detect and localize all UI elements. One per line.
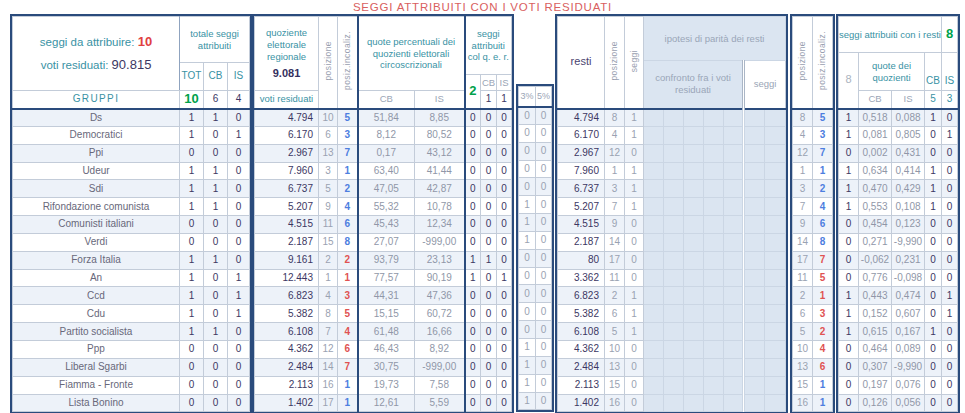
header-quote-quozienti: quote dei quozienti — [859, 53, 925, 91]
cell-s_tot: 1 — [465, 269, 481, 287]
cell-voti: 5.207 — [255, 198, 319, 216]
cell-s_tot: 0 — [465, 233, 481, 251]
table-row: 10,6340,41410 — [839, 162, 958, 180]
cell-q_inc: 7 — [338, 144, 358, 162]
cell-f_cb_q: 0,002 — [859, 144, 892, 162]
header-resti-posizione: posizione — [605, 17, 625, 109]
empty-cell — [664, 376, 684, 394]
table-row: 00 — [519, 178, 552, 196]
cell-resti: 4.515 — [558, 216, 605, 234]
cell-name: Fiamma - Fronte — [13, 376, 180, 394]
empty-cell — [704, 376, 724, 394]
cell-p3: 0 — [519, 321, 536, 339]
cell-s_cb: 1 — [481, 251, 497, 269]
cell-f_cb_q: 0,776 — [859, 269, 892, 287]
cell-f_cb: 0 — [925, 269, 942, 287]
cell-s_is: 0 — [497, 109, 512, 127]
cell-f_seggi: 0 — [839, 376, 859, 394]
empty-cell — [765, 340, 786, 358]
cell-cb_pct: 0,17 — [358, 144, 415, 162]
cell-f_pos: 17 — [793, 251, 813, 269]
cell-is_pct: -999,00 — [415, 233, 465, 251]
cell-q_pos: 8 — [319, 305, 338, 323]
cell-s_tot: 0 — [465, 109, 481, 127]
header-threshold-5: 5% — [536, 87, 552, 107]
cell-is_pct: 41,44 — [415, 162, 465, 180]
cell-f_cb: 0 — [925, 376, 942, 394]
cell-t_cb: 0 — [204, 126, 228, 144]
cell-p5: 0 — [536, 178, 552, 196]
cell-s_tot: 1 — [465, 251, 481, 269]
cell-f_is: 0 — [942, 144, 958, 162]
header-cb: CB — [204, 63, 228, 91]
empty-cell — [765, 216, 786, 234]
empty-cell — [704, 340, 724, 358]
voti-residuati-value: 90.815 — [112, 57, 152, 72]
table-row: 151 — [793, 376, 833, 394]
cell-f_pos: 13 — [793, 358, 813, 376]
cell-q_inc: 5 — [338, 305, 358, 323]
cell-voti: 1.402 — [255, 394, 319, 412]
cell-f_seggi: 1 — [839, 305, 859, 323]
cell-f_inc: 3 — [813, 126, 833, 144]
table-row: 21 — [793, 287, 833, 305]
header-tot: TOT — [180, 63, 204, 91]
empty-cell — [704, 198, 724, 216]
table-row: 10,5530,10810 — [839, 198, 958, 216]
table-row: 10 — [519, 392, 552, 410]
cell-f_cb_q: 0,081 — [859, 126, 892, 144]
table-row: Ppi000 — [13, 144, 250, 162]
seggi-qer-is-total: 1 — [497, 91, 512, 109]
cell-q_inc: 1 — [338, 269, 358, 287]
cell-q_inc: 6 — [338, 216, 358, 234]
cell-r_seggi: 1 — [625, 287, 644, 305]
total-is-value: 4 — [228, 91, 250, 109]
cell-p5: 0 — [536, 374, 552, 392]
table-row: Liberal Sgarbi000 — [13, 358, 250, 376]
cell-voti: 2.113 — [255, 376, 319, 394]
empty-cell — [744, 144, 765, 162]
table-row: 00,0020,43100 — [839, 144, 958, 162]
cell-cb_pct: 47,05 — [358, 180, 415, 198]
table-row: 4.79481 — [558, 109, 786, 127]
table-row: 2.967120 — [558, 144, 786, 162]
cell-t_tot: 0 — [180, 144, 204, 162]
cell-p3: 0 — [519, 160, 536, 178]
cell-q_inc: 1 — [338, 376, 358, 394]
cell-r_pos: 3 — [605, 180, 625, 198]
empty-cell — [724, 340, 744, 358]
table-row: 0-0,0620,23100 — [839, 251, 958, 269]
table-row: 2.48414730,75-999,00000 — [255, 358, 512, 376]
cell-f_seggi: 1 — [839, 109, 859, 127]
groups-total-seats-table: seggi da attribuire: 10 voti residuati: … — [10, 14, 252, 413]
empty-cell — [644, 305, 664, 323]
cell-cb_pct: 15,15 — [358, 305, 415, 323]
header-final-cb: CB — [925, 53, 942, 91]
cell-is_pct: 42,87 — [415, 180, 465, 198]
header-quote-cb: CB — [358, 91, 415, 109]
cell-f_pos: 2 — [793, 287, 813, 305]
cell-t_tot: 0 — [180, 233, 204, 251]
cell-t_tot: 0 — [180, 216, 204, 234]
empty-cell — [704, 269, 724, 287]
header-qer-cb: CB — [481, 75, 497, 91]
cell-is_pct: -999,00 — [415, 358, 465, 376]
cell-r_seggi: 0 — [625, 394, 644, 412]
header-posiz-incoaliz: posiz.incoaliz. — [338, 17, 358, 109]
cell-s_tot: 0 — [465, 376, 481, 394]
empty-cell — [724, 216, 744, 234]
cell-q_inc: 1 — [338, 162, 358, 180]
empty-cell — [724, 162, 744, 180]
cell-q_pos: 13 — [319, 144, 338, 162]
table-row: 10 — [519, 196, 552, 214]
empty-cell — [744, 216, 765, 234]
cell-r_seggi: 0 — [625, 251, 644, 269]
table-row: 4.51511645,4312,34000 — [255, 216, 512, 234]
cell-is_pct: 8,85 — [415, 109, 465, 127]
cell-f_cb_q: 0,553 — [859, 198, 892, 216]
cell-f_is_q: 0,414 — [892, 162, 925, 180]
cell-s_is: 0 — [497, 305, 512, 323]
cell-f_cb: 1 — [925, 323, 942, 341]
total-tot-value: 10 — [180, 91, 204, 109]
cell-q_inc: 5 — [338, 109, 358, 127]
